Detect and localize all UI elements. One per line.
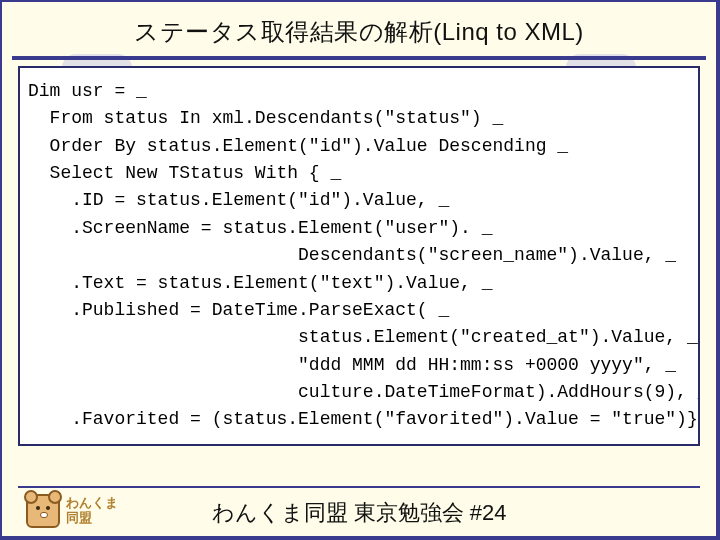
- code-block: Dim usr = _ From status In xml.Descendan…: [18, 66, 700, 446]
- logo-text-line2: 同盟: [66, 511, 118, 526]
- bear-icon: [26, 494, 60, 528]
- footer-divider: [18, 486, 700, 488]
- wankuma-logo: わんくま 同盟: [26, 494, 118, 528]
- logo-text: わんくま 同盟: [66, 496, 118, 526]
- logo-text-line1: わんくま: [66, 496, 118, 511]
- footer-title: わんくま同盟 東京勉強会 #24: [212, 498, 507, 528]
- slide-title: ステータス取得結果の解析(Linq to XML): [2, 2, 716, 56]
- footer: わんくま 同盟 わんくま同盟 東京勉強会 #24: [2, 498, 716, 528]
- title-underline: [12, 56, 706, 60]
